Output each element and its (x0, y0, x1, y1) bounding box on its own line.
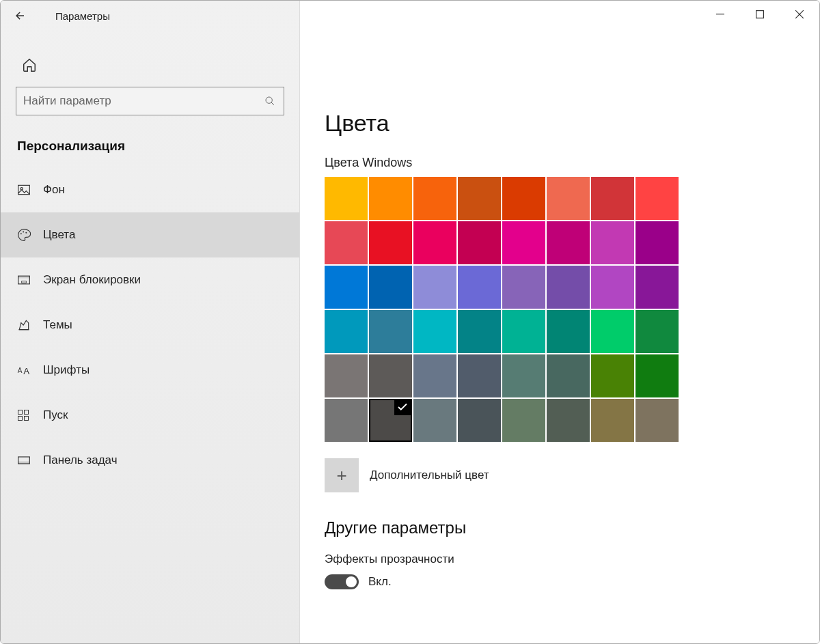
home-button[interactable] (16, 51, 43, 79)
sidebar-item-2[interactable]: Экран блокировки (1, 257, 299, 303)
svg-point-10 (25, 232, 27, 234)
start-icon (17, 409, 43, 421)
color-swatch[interactable] (502, 221, 545, 264)
color-swatch[interactable] (591, 354, 634, 397)
color-swatch[interactable] (458, 177, 501, 220)
search-input[interactable] (23, 94, 263, 108)
color-swatch[interactable] (591, 399, 634, 442)
sidebar-item-label: Экран блокировки (43, 273, 141, 287)
taskbar-icon (17, 453, 43, 467)
color-swatch[interactable] (458, 266, 501, 309)
svg-rect-16 (18, 410, 23, 415)
color-swatch[interactable] (636, 221, 679, 264)
color-swatch[interactable] (325, 266, 368, 309)
color-swatch[interactable] (547, 399, 590, 442)
svg-rect-1 (756, 11, 764, 18)
color-swatch[interactable] (636, 354, 679, 397)
color-swatch[interactable] (502, 266, 545, 309)
sidebar-item-4[interactable]: AAШрифты (1, 348, 299, 393)
transparency-state: Вкл. (368, 575, 392, 589)
minimize-icon (716, 10, 724, 18)
color-swatch[interactable] (502, 354, 545, 397)
color-swatch[interactable] (369, 177, 412, 220)
maximize-button[interactable] (740, 1, 780, 28)
sidebar-nav: ФонЦветаЭкран блокировкиТемыAAШрифтыПуск… (1, 167, 299, 483)
svg-point-4 (266, 97, 272, 103)
color-swatch[interactable] (369, 266, 412, 309)
color-swatch[interactable] (502, 177, 545, 220)
color-swatch[interactable] (547, 177, 590, 220)
svg-rect-17 (25, 410, 29, 415)
color-swatch[interactable] (547, 310, 590, 353)
color-swatch[interactable] (458, 310, 501, 353)
toggle-knob (346, 576, 357, 587)
color-swatch[interactable] (458, 399, 501, 442)
svg-point-9 (23, 231, 24, 232)
color-swatch[interactable] (547, 221, 590, 264)
sidebar-item-label: Пуск (43, 408, 68, 422)
color-swatch[interactable] (591, 221, 634, 264)
svg-point-8 (20, 233, 22, 234)
color-swatch[interactable] (369, 310, 412, 353)
color-swatch[interactable] (502, 310, 545, 353)
color-swatch[interactable] (369, 354, 412, 397)
sidebar-item-0[interactable]: Фон (1, 167, 299, 212)
color-swatch[interactable] (413, 266, 456, 309)
window-controls (700, 1, 819, 31)
transparency-toggle[interactable] (325, 574, 359, 589)
color-swatch[interactable] (458, 221, 501, 264)
search-icon (263, 96, 277, 107)
close-button[interactable] (780, 1, 819, 28)
color-swatch[interactable] (325, 177, 368, 220)
window-title: Параметры (55, 10, 110, 22)
color-swatch[interactable] (636, 266, 679, 309)
color-swatch[interactable] (413, 399, 456, 442)
custom-color-button[interactable]: + Дополнительный цвет (325, 458, 795, 492)
maximize-icon (756, 10, 764, 18)
svg-line-5 (271, 102, 274, 105)
svg-rect-19 (25, 417, 29, 421)
custom-color-label: Дополнительный цвет (370, 468, 489, 482)
color-swatch[interactable] (369, 221, 412, 264)
svg-text:A: A (23, 366, 29, 376)
svg-rect-13 (22, 281, 27, 283)
sidebar-item-label: Цвета (43, 228, 75, 242)
color-swatch[interactable] (325, 399, 368, 442)
color-swatch[interactable] (413, 310, 456, 353)
sidebar: Персонализация ФонЦветаЭкран блокировкиТ… (1, 1, 300, 643)
titlebar-left: Параметры (1, 1, 110, 31)
settings-window: Параметры (0, 0, 820, 644)
sidebar-item-6[interactable]: Панель задач (1, 438, 299, 483)
color-swatch[interactable] (325, 221, 368, 264)
color-swatch[interactable] (413, 221, 456, 264)
color-swatch[interactable] (502, 399, 545, 442)
svg-rect-18 (18, 417, 23, 421)
color-swatch[interactable] (413, 177, 456, 220)
color-swatch[interactable] (591, 266, 634, 309)
sidebar-item-label: Шрифты (43, 363, 90, 377)
themes-icon (17, 318, 43, 332)
sidebar-item-3[interactable]: Темы (1, 303, 299, 348)
color-swatch[interactable] (458, 354, 501, 397)
sidebar-item-5[interactable]: Пуск (1, 393, 299, 438)
back-button[interactable] (5, 1, 35, 31)
color-swatch[interactable] (636, 399, 679, 442)
color-swatch[interactable] (325, 310, 368, 353)
sidebar-item-label: Фон (43, 183, 65, 197)
color-swatch[interactable] (325, 354, 368, 397)
color-swatch[interactable] (591, 177, 634, 220)
plus-icon: + (325, 458, 359, 492)
color-swatch[interactable] (547, 266, 590, 309)
color-swatch[interactable] (636, 310, 679, 353)
color-swatch[interactable] (547, 354, 590, 397)
home-icon (22, 57, 37, 72)
color-swatch[interactable] (413, 354, 456, 397)
sidebar-item-1[interactable]: Цвета (1, 212, 299, 257)
color-swatch[interactable] (636, 177, 679, 220)
svg-rect-12 (18, 276, 30, 278)
sidebar-item-label: Темы (43, 318, 72, 332)
color-swatch[interactable] (369, 399, 412, 442)
color-swatch[interactable] (591, 310, 634, 353)
minimize-button[interactable] (700, 1, 740, 28)
search-box[interactable] (16, 87, 284, 115)
